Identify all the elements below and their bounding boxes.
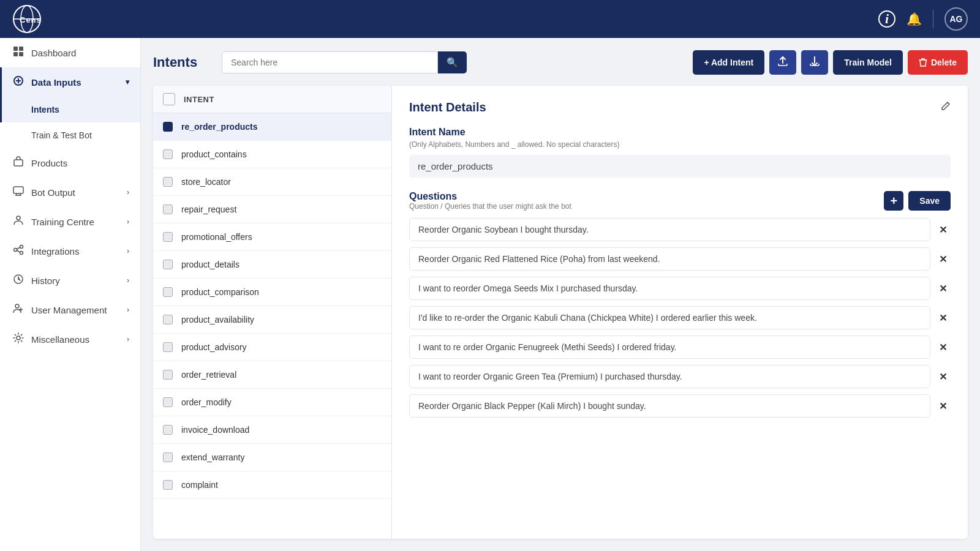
page-title: Intents	[153, 54, 214, 70]
train-model-button[interactable]: Train Model	[833, 50, 903, 75]
sidebar-item-dashboard[interactable]: Dashboard	[0, 38, 140, 67]
chevron-down-icon: ›	[127, 217, 129, 226]
chevron-down-icon: ›	[127, 188, 129, 197]
intent-checkbox[interactable]	[163, 122, 173, 132]
history-icon	[13, 274, 24, 287]
intent-list-item[interactable]: promotional_offers	[153, 223, 391, 251]
intent-list-item[interactable]: product_advisory	[153, 334, 391, 361]
question-input[interactable]	[409, 365, 930, 388]
intent-checkbox[interactable]	[163, 149, 173, 159]
intent-checkbox[interactable]	[163, 260, 173, 269]
sidebar-item-products[interactable]: Products	[0, 148, 140, 178]
add-intent-button[interactable]: + Add Intent	[693, 50, 764, 75]
intent-list-item[interactable]: order_modify	[153, 389, 391, 416]
question-input[interactable]	[409, 247, 930, 271]
sidebar-item-bot-output[interactable]: Bot Output ›	[0, 178, 140, 207]
intent-checkbox[interactable]	[163, 397, 173, 407]
question-input[interactable]	[409, 335, 930, 359]
intent-list-item[interactable]: store_locator	[153, 168, 391, 196]
questions-subtitle: Question / Queries that the user might a…	[409, 202, 571, 211]
intent-checkbox[interactable]	[163, 315, 173, 324]
intent-list-item[interactable]: product_availability	[153, 306, 391, 334]
svg-point-14	[20, 252, 23, 255]
info-icon: i	[878, 10, 895, 28]
sidebar-item-data-inputs[interactable]: Data Inputs ▾	[0, 67, 140, 97]
save-questions-button[interactable]: Save	[908, 191, 951, 211]
sidebar-item-label: History	[31, 276, 60, 286]
user-management-icon	[13, 303, 24, 317]
topnav-icons: i 🔔 AG	[878, 7, 968, 31]
main-layout: Dashboard Data Inputs ▾ Intents Train & …	[0, 38, 980, 551]
detail-pane: Intent Details Intent Name (Only Alphabe…	[392, 86, 968, 539]
remove-question-button[interactable]: ✕	[935, 398, 951, 414]
intent-checkbox[interactable]	[163, 342, 173, 352]
question-input[interactable]	[409, 306, 930, 329]
nav-divider	[933, 10, 933, 28]
intent-list-item[interactable]: order_retrieval	[153, 361, 391, 389]
remove-question-button[interactable]: ✕	[935, 339, 951, 356]
remove-question-button[interactable]: ✕	[935, 222, 951, 238]
data-inputs-icon	[13, 75, 24, 89]
questions-title: Questions	[409, 191, 571, 202]
search-button[interactable]: 🔍	[438, 51, 467, 73]
delete-button[interactable]: Delete	[908, 50, 968, 75]
sidebar-item-label: Products	[31, 158, 67, 168]
sidebar: Dashboard Data Inputs ▾ Intents Train & …	[0, 38, 141, 551]
intent-checkbox[interactable]	[163, 425, 173, 435]
intent-name-input[interactable]	[409, 155, 951, 178]
intent-checkbox[interactable]	[163, 480, 173, 490]
sidebar-item-training-centre[interactable]: Training Centre ›	[0, 207, 140, 236]
chevron-down-icon: ▾	[126, 78, 129, 86]
intent-name-label: extend_warranty	[181, 452, 245, 462]
intent-checkbox[interactable]	[163, 232, 173, 242]
info-icon-btn[interactable]: i	[878, 10, 895, 28]
svg-rect-10	[13, 187, 23, 193]
sidebar-item-label: User Management	[31, 305, 107, 315]
download-icon-btn[interactable]	[801, 50, 828, 75]
intent-name-sublabel: (Only Alphabets, Numbers and _ allowed. …	[409, 140, 951, 149]
intent-checkbox[interactable]	[163, 287, 173, 297]
svg-point-18	[15, 304, 19, 308]
sidebar-item-train-test-bot[interactable]: Train & Test Bot	[0, 122, 140, 148]
avatar[interactable]: AG	[944, 7, 968, 31]
bell-icon-btn[interactable]: 🔔	[907, 12, 922, 26]
question-input[interactable]	[409, 394, 930, 418]
sidebar-item-integrations[interactable]: Integrations ›	[0, 236, 140, 266]
intents-panes: INTENT re_order_products product_contain…	[153, 86, 968, 539]
remove-question-button[interactable]: ✕	[935, 310, 951, 326]
intent-name-label: product_comparison	[181, 287, 259, 297]
remove-question-button[interactable]: ✕	[935, 369, 951, 385]
intent-list-item[interactable]: repair_request	[153, 196, 391, 223]
sidebar-item-intents[interactable]: Intents	[0, 97, 140, 122]
intent-list-item[interactable]: product_comparison	[153, 279, 391, 306]
sidebar-item-history[interactable]: History ›	[0, 266, 140, 295]
question-row: ✕	[409, 365, 951, 388]
bell-icon: 🔔	[907, 12, 922, 26]
intent-list-item[interactable]: extend_warranty	[153, 444, 391, 471]
intent-list-item[interactable]: complaint	[153, 471, 391, 499]
question-input[interactable]	[409, 218, 930, 241]
intent-name-label: product_advisory	[181, 342, 247, 352]
intent-name-label: promotional_offers	[181, 232, 252, 242]
sidebar-item-user-management[interactable]: User Management ›	[0, 295, 140, 324]
intent-checkbox[interactable]	[163, 370, 173, 380]
search-input[interactable]	[222, 51, 438, 73]
intent-checkbox[interactable]	[163, 177, 173, 187]
svg-rect-5	[19, 47, 23, 51]
remove-question-button[interactable]: ✕	[935, 280, 951, 297]
intent-checkbox[interactable]	[163, 452, 173, 462]
intent-list-item[interactable]: product_details	[153, 251, 391, 279]
edit-icon-btn[interactable]	[940, 101, 951, 114]
upload-icon-btn[interactable]	[769, 50, 796, 75]
intent-list-item[interactable]: re_order_products	[153, 113, 391, 141]
intent-column-header: INTENT	[184, 95, 214, 104]
intent-list-item[interactable]: product_contains	[153, 141, 391, 168]
remove-question-button[interactable]: ✕	[935, 251, 951, 268]
question-input[interactable]	[409, 277, 930, 300]
sidebar-item-miscellaneous[interactable]: Miscellaneous ›	[0, 324, 140, 354]
select-all-checkbox[interactable]	[163, 93, 175, 105]
add-question-button[interactable]: +	[884, 191, 903, 211]
logo-icon: Cense	[12, 4, 42, 34]
intent-checkbox[interactable]	[163, 204, 173, 214]
intent-list-item[interactable]: invoice_download	[153, 416, 391, 444]
